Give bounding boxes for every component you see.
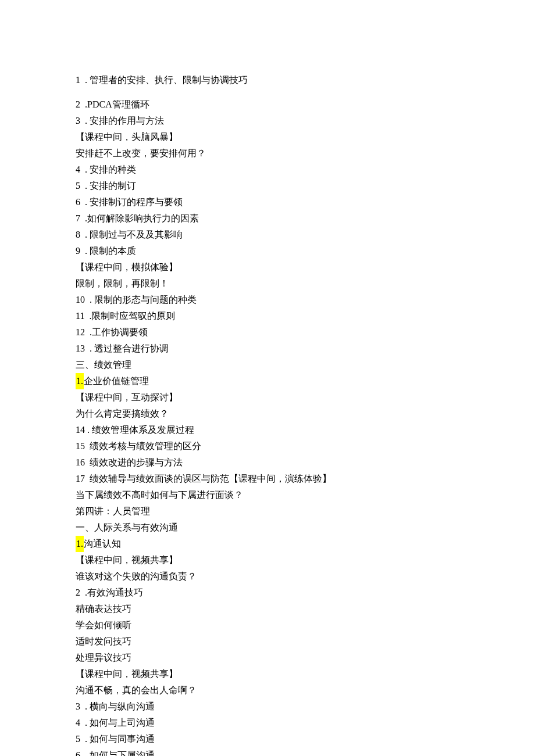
list-text: 限制的本质 bbox=[90, 243, 136, 259]
text-line: 7 .如何解除影响执行力的因素 bbox=[76, 210, 459, 227]
body-text: 处理异议技巧 bbox=[76, 653, 131, 662]
list-item: 17 绩效辅导与绩效面谈的误区与防范【课程中间，演练体验】 bbox=[76, 471, 459, 487]
list-item: 1.沟通认知 bbox=[76, 536, 459, 552]
list-item: 4 . 安排的种类 bbox=[76, 162, 459, 178]
list-text: 安排的种类 bbox=[90, 162, 136, 178]
body-text: 为什么肯定要搞绩效？ bbox=[76, 409, 169, 418]
list-text: 有效沟通技巧 bbox=[87, 585, 143, 601]
body-text: 【课程中间，头脑风暴】 bbox=[76, 132, 178, 142]
list-number: 17 bbox=[76, 471, 85, 487]
text-line: 学会如何倾听 bbox=[76, 617, 459, 633]
text-line: 9 . 限制的本质 bbox=[76, 243, 459, 259]
list-item: 4 . 如何与上司沟通 bbox=[76, 715, 459, 731]
list-item: 5 . 安排的制订 bbox=[76, 178, 459, 194]
list-text: 如何与同事沟通 bbox=[90, 731, 155, 747]
list-item: 10 . 限制的形态与问题的种类 bbox=[76, 292, 459, 308]
text-line: 5 . 如何与同事沟通 bbox=[76, 731, 459, 747]
list-separator bbox=[85, 471, 90, 487]
text-line: 为什么肯定要搞绩效？ bbox=[76, 406, 459, 422]
highlight-mark: 1. bbox=[76, 536, 84, 552]
list-separator: . bbox=[84, 308, 91, 324]
text-line: 3 . 横向与纵向沟通 bbox=[76, 698, 459, 715]
text-line: 8 . 限制过与不及及其影响 bbox=[76, 227, 459, 243]
list-number: 2 bbox=[76, 96, 80, 113]
text-line: 三、绩效管理 bbox=[76, 357, 459, 373]
text-line: 16 绩效改进的步骤与方法 bbox=[76, 454, 459, 471]
text-line: 适时发问技巧 bbox=[76, 633, 459, 650]
list-separator: . bbox=[80, 96, 87, 113]
list-separator: . bbox=[80, 747, 90, 756]
document-page: 1 . 管理者的安排、执行、限制与协调技巧2 .PDCA管理循环3 . 安排的作… bbox=[0, 0, 535, 756]
list-item: 1.企业价值链管理 bbox=[76, 373, 459, 389]
list-item: 6 . 如何与下属沟通 bbox=[76, 747, 459, 756]
list-item: 16 绩效改进的步骤与方法 bbox=[76, 454, 459, 471]
text-line: 4 . 如何与上司沟通 bbox=[76, 715, 459, 731]
body-text: 第四讲：人员管理 bbox=[76, 506, 150, 516]
text-line: 【课程中间，模拟体验】 bbox=[76, 259, 459, 275]
body-text: 【课程中间，视频共享】 bbox=[76, 555, 178, 565]
list-separator: . bbox=[80, 113, 90, 129]
text-line: 4 . 安排的种类 bbox=[76, 162, 459, 178]
text-line: 精确表达技巧 bbox=[76, 601, 459, 617]
list-separator: . bbox=[80, 585, 87, 601]
list-item: 13 . 透过整合进行协调 bbox=[76, 341, 459, 357]
list-number: 3 bbox=[76, 113, 80, 129]
list-number: 6 bbox=[76, 747, 80, 756]
list-number: 5 bbox=[76, 178, 80, 194]
list-text: 安排制订的程序与要领 bbox=[90, 194, 183, 210]
text-line: 6 . 如何与下属沟通 bbox=[76, 747, 459, 756]
body-text: 当下属绩效不高时如何与下属进行面谈？ bbox=[76, 490, 243, 500]
body-text: 【课程中间，互动探讨】 bbox=[76, 392, 178, 402]
list-number: 3 bbox=[76, 698, 80, 715]
list-text: 企业价值链管理 bbox=[84, 373, 149, 389]
text-line: 12 .工作协调要领 bbox=[76, 324, 459, 341]
text-line: 1.企业价值链管理 bbox=[76, 373, 459, 389]
highlight-mark: 1. bbox=[76, 373, 84, 389]
text-line: 【课程中间，视频共享】 bbox=[76, 552, 459, 568]
list-separator: . bbox=[80, 194, 90, 210]
text-line: 15 绩效考核与绩效管理的区分 bbox=[76, 438, 459, 454]
list-text: 绩效考核与绩效管理的区分 bbox=[90, 438, 201, 454]
list-text: 横向与纵向沟通 bbox=[90, 698, 155, 715]
body-text: 限制，限制，再限制！ bbox=[76, 278, 169, 288]
body-text: 学会如何倾听 bbox=[76, 620, 131, 630]
text-line: 17 绩效辅导与绩效面谈的误区与防范【课程中间，演练体验】 bbox=[76, 471, 459, 487]
list-item: 14 . 绩效管理体系及发展过程 bbox=[76, 422, 459, 438]
text-line: 处理异议技巧 bbox=[76, 650, 459, 666]
body-text: 【课程中间，模拟体验】 bbox=[76, 262, 178, 272]
list-text: 限制的形态与问题的种类 bbox=[94, 292, 197, 308]
list-text: 安排的制订 bbox=[90, 178, 136, 194]
text-line: 安排赶不上改变，要安排何用？ bbox=[76, 145, 459, 162]
list-text: 管理者的安排、执行、限制与协调技巧 bbox=[90, 72, 248, 88]
text-line: 【课程中间，互动探讨】 bbox=[76, 389, 459, 406]
list-text: 透过整合进行协调 bbox=[94, 341, 169, 357]
list-separator: . bbox=[80, 243, 90, 259]
list-text: 如何解除影响执行力的因素 bbox=[87, 210, 199, 227]
list-number: 4 bbox=[76, 715, 80, 731]
text-line: 第四讲：人员管理 bbox=[76, 503, 459, 519]
list-number: 2 bbox=[76, 585, 80, 601]
list-number: 7 bbox=[76, 210, 80, 227]
list-separator: . bbox=[85, 341, 94, 357]
list-item: 2 .PDCA管理循环 bbox=[76, 96, 459, 113]
text-line: 【课程中间，视频共享】 bbox=[76, 666, 459, 682]
list-text: 限制时应驾驭的原则 bbox=[91, 308, 175, 324]
list-number: 11 bbox=[76, 308, 84, 324]
list-item: 9 . 限制的本质 bbox=[76, 243, 459, 259]
list-separator: . bbox=[80, 178, 90, 194]
list-text: 工作协调要领 bbox=[92, 324, 148, 341]
text-line: 1.沟通认知 bbox=[76, 536, 459, 552]
list-number: 6 bbox=[76, 194, 80, 210]
list-item: 12 .工作协调要领 bbox=[76, 324, 459, 341]
list-item: 7 .如何解除影响执行力的因素 bbox=[76, 210, 459, 227]
list-separator: . bbox=[80, 698, 90, 715]
list-number: 10 bbox=[76, 292, 85, 308]
text-line: 谁该对这个失败的沟通负责？ bbox=[76, 568, 459, 585]
list-item: 3 . 安排的作用与方法 bbox=[76, 113, 459, 129]
list-separator: . bbox=[80, 162, 90, 178]
list-item: 2 .有效沟通技巧 bbox=[76, 585, 459, 601]
list-item: 3 . 横向与纵向沟通 bbox=[76, 698, 459, 715]
text-line: 10 . 限制的形态与问题的种类 bbox=[76, 292, 459, 308]
list-number: 15 bbox=[76, 438, 85, 454]
text-line: 13 . 透过整合进行协调 bbox=[76, 341, 459, 357]
